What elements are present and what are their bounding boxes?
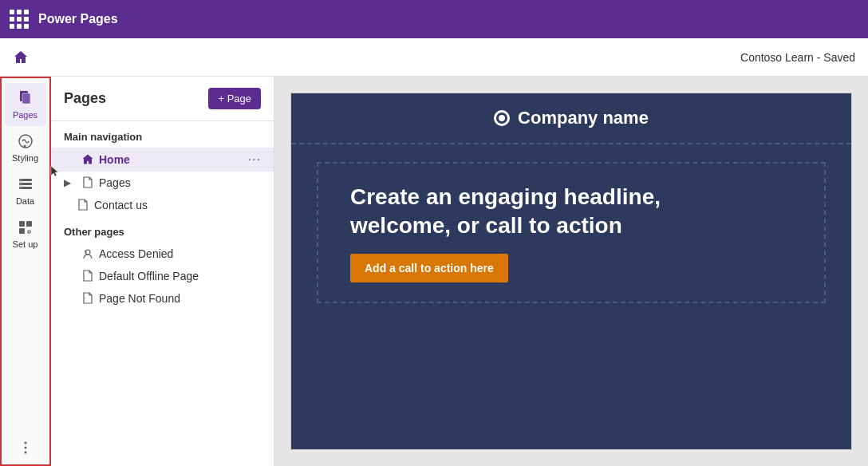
more-options-button[interactable]	[17, 439, 34, 456]
pages-panel: Pages + Page Main navigation Home ··· ▶ …	[51, 77, 274, 466]
offline-page-name: Default Offline Page	[99, 270, 261, 282]
preview-body: Create an engaging headline, welcome, or…	[317, 162, 826, 303]
styling-label: Styling	[12, 153, 38, 163]
page-file-icon	[81, 176, 94, 189]
svg-point-13	[24, 447, 26, 449]
pages-header: Pages + Page	[51, 77, 274, 121]
contact-page-name: Contact us	[94, 199, 261, 211]
svg-rect-8	[19, 221, 25, 227]
pages-page-name: Pages	[99, 176, 261, 189]
sidebar-item-pages[interactable]: Pages	[5, 83, 46, 126]
add-page-button[interactable]: + Page	[208, 88, 261, 109]
nav-item-home[interactable]: Home ···	[51, 148, 274, 172]
not-found-page-icon	[81, 292, 94, 305]
svg-rect-7	[19, 179, 22, 189]
access-denied-icon	[81, 247, 94, 260]
saved-status: Contoso Learn - Saved	[740, 51, 855, 64]
pages-panel-title: Pages	[64, 90, 106, 107]
sidebar-item-setup[interactable]: Set up	[5, 212, 46, 255]
preview-cta-button[interactable]: Add a call to action here	[350, 254, 508, 282]
home-icon	[13, 49, 29, 65]
home-more-button[interactable]: ···	[248, 152, 261, 167]
nav-item-access-denied[interactable]: Access Denied	[51, 243, 274, 265]
setup-label: Set up	[13, 239, 38, 249]
pages-icon	[17, 89, 34, 107]
svg-rect-11	[28, 231, 30, 233]
radio-icon	[494, 110, 510, 126]
preview-area: Company name Create an engaging headline…	[274, 77, 868, 466]
home-page-name: Home	[99, 153, 243, 166]
expand-arrow-icon: ▶	[64, 177, 77, 188]
apps-grid-icon[interactable]	[10, 10, 29, 29]
setup-icon	[17, 219, 34, 236]
svg-point-14	[24, 452, 26, 454]
access-denied-name: Access Denied	[99, 247, 261, 260]
app-title: Power Pages	[38, 12, 118, 26]
nav-item-pages[interactable]: ▶ Pages	[51, 172, 274, 194]
home-nav[interactable]	[13, 49, 29, 65]
website-preview: Company name Create an engaging headline…	[290, 93, 852, 450]
sidebar-item-data[interactable]: Data	[5, 169, 46, 212]
secondbar: Contoso Learn - Saved	[0, 38, 868, 77]
topbar: Power Pages	[0, 0, 868, 38]
contact-page-icon	[77, 199, 89, 211]
main-layout: Pages Styling Data	[0, 77, 868, 466]
preview-headline: Create an engaging headline, welcome, or…	[350, 183, 733, 241]
main-navigation-label: Main navigation	[51, 121, 274, 148]
data-label: Data	[16, 196, 34, 206]
other-pages-label: Other pages	[51, 216, 274, 243]
pages-label: Pages	[13, 110, 37, 120]
svg-rect-1	[22, 93, 30, 104]
sidebar-icons: Pages Styling Data	[0, 77, 51, 466]
sidebar-item-styling[interactable]: Styling	[5, 126, 46, 169]
svg-point-12	[24, 442, 26, 444]
nav-item-contact[interactable]: Contact us	[51, 194, 274, 216]
svg-point-3	[23, 145, 26, 148]
preview-header: Company name	[291, 93, 851, 144]
not-found-page-name: Page Not Found	[99, 292, 261, 305]
nav-item-not-found[interactable]: Page Not Found	[51, 287, 274, 310]
data-icon	[17, 176, 34, 193]
home-page-icon	[81, 153, 94, 166]
nav-item-offline[interactable]: Default Offline Page	[51, 265, 274, 287]
styling-icon	[17, 132, 34, 150]
svg-rect-9	[26, 221, 32, 227]
company-name: Company name	[518, 108, 649, 128]
offline-page-icon	[81, 270, 94, 282]
svg-rect-10	[19, 228, 25, 234]
more-icon	[17, 439, 34, 456]
